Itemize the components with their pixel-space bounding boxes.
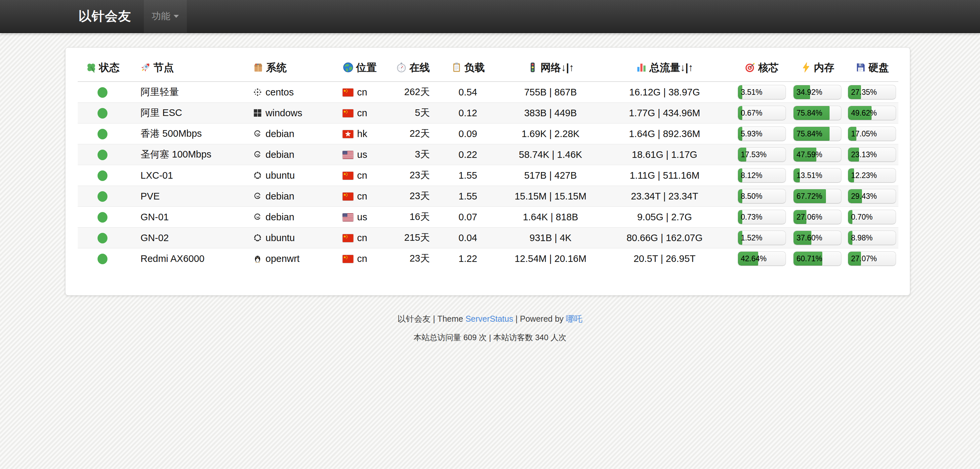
os-icon xyxy=(253,170,262,180)
globe-icon xyxy=(342,62,354,73)
server-row: 香港 500Mbps debian hk 22天 0.09 1.69K | 2.… xyxy=(78,124,898,144)
location-cell: cn xyxy=(337,248,387,269)
system-cell: debian xyxy=(251,207,337,228)
memory-percent-label: 75.84% xyxy=(797,106,822,120)
disk-percent-label: 17.05% xyxy=(851,127,877,141)
traffic-light-icon xyxy=(527,62,538,73)
disk-cell: 27.35% xyxy=(845,82,898,103)
country-flag-icon xyxy=(342,130,353,138)
disk-percent-label: 23.13% xyxy=(851,147,877,162)
location-label: cn xyxy=(357,233,368,243)
cpu-cell: 3.51% xyxy=(734,82,789,103)
os-label: openwrt xyxy=(266,254,299,264)
memory-progress-bar: 67.72% xyxy=(793,189,842,203)
theme-link[interactable]: ServerStatus xyxy=(466,314,514,323)
column-label: 内存 xyxy=(814,62,835,73)
location-cell: cn xyxy=(337,103,387,124)
status-online-dot xyxy=(97,150,107,160)
os-label: windows xyxy=(266,108,302,118)
lightning-icon xyxy=(800,62,812,73)
system-cell: ubuntu xyxy=(251,228,337,248)
server-table-body: 阿里轻量 centos cn 262天 0.54 755B | 867B 16.… xyxy=(78,82,898,269)
traffic-cell: 18.61G | 1.17G xyxy=(595,144,734,165)
server-row: GN-01 debian us 16天 0.07 1.64K | 818B 9.… xyxy=(78,207,898,228)
location-label: us xyxy=(357,212,368,222)
rocket-icon xyxy=(140,62,151,73)
os-icon xyxy=(253,254,262,263)
network-cell: 1.64K | 818B xyxy=(506,207,595,228)
traffic-cell: 23.34T | 23.34T xyxy=(595,186,734,207)
site-brand-link[interactable]: 以针会友 xyxy=(78,7,131,25)
column-header-network: 网络↓|↑ xyxy=(506,56,595,82)
memory-cell: 75.84% xyxy=(789,124,845,144)
cpu-progress-bar: 8.12% xyxy=(738,168,786,183)
network-cell: 755B | 867B xyxy=(506,82,595,103)
features-dropdown-label: 功能 xyxy=(152,10,170,22)
column-header-system: 系统 xyxy=(251,56,337,82)
memory-percent-label: 37.60% xyxy=(797,231,822,245)
disk-percent-label: 49.62% xyxy=(851,106,877,120)
cpu-progress-bar: 8.50% xyxy=(738,189,786,203)
bar-chart-icon xyxy=(636,62,647,73)
load-cell: 0.04 xyxy=(430,228,506,248)
server-row: 阿里 ESC windows cn 5天 0.12 383B | 449B 1.… xyxy=(78,103,898,124)
disk-percent-label: 29.43% xyxy=(851,189,877,203)
cpu-progress-bar: 0.73% xyxy=(738,210,786,224)
memory-progress-bar: 47.59% xyxy=(793,147,842,162)
os-label: debian xyxy=(266,212,294,222)
os-icon xyxy=(253,108,262,118)
column-label: 硬盘 xyxy=(869,62,889,73)
load-cell: 1.22 xyxy=(430,248,506,269)
column-label: 核芯 xyxy=(758,62,779,73)
traffic-cell: 16.12G | 38.97G xyxy=(595,82,734,103)
system-cell: debian xyxy=(251,144,337,165)
location-cell: cn xyxy=(337,228,387,248)
server-status-table: 状态节点系统位置在线负载网络↓|↑总流量↓|↑核芯内存硬盘 阿里轻量 cento… xyxy=(78,56,898,269)
network-cell: 12.54M | 20.16M xyxy=(506,248,595,269)
system-cell: openwrt xyxy=(251,248,337,269)
server-status-card: 状态节点系统位置在线负载网络↓|↑总流量↓|↑核芯内存硬盘 阿里轻量 cento… xyxy=(65,47,910,296)
memory-progress-bar: 75.84% xyxy=(793,127,842,141)
status-online-dot xyxy=(97,233,107,243)
node-name: GN-02 xyxy=(127,228,251,248)
load-cell: 0.12 xyxy=(430,103,506,124)
memory-cell: 47.59% xyxy=(789,144,845,165)
memory-cell: 75.84% xyxy=(789,103,845,124)
cpu-cell: 0.73% xyxy=(734,207,789,228)
status-online-dot xyxy=(97,108,107,119)
location-label: cn xyxy=(357,87,368,97)
memory-cell: 67.72% xyxy=(789,186,845,207)
status-online-dot xyxy=(97,129,107,139)
memory-percent-label: 27.06% xyxy=(797,210,822,224)
column-header-load: 负载 xyxy=(430,56,506,82)
memory-cell: 60.71% xyxy=(789,248,845,269)
disk-progress-bar: 23.13% xyxy=(848,147,896,162)
server-row: 圣何塞 100Mbps debian us 3天 0.22 58.74K | 1… xyxy=(78,144,898,165)
memory-percent-label: 34.92% xyxy=(797,85,822,99)
traffic-cell: 1.77G | 434.96M xyxy=(595,103,734,124)
memory-progress-bar: 37.60% xyxy=(793,231,842,245)
features-dropdown[interactable]: 功能 xyxy=(144,0,187,33)
cpu-progress-bar: 1.52% xyxy=(738,231,786,245)
disk-progress-bar: 27.07% xyxy=(848,251,896,266)
powered-by-link[interactable]: 哪吒 xyxy=(566,314,582,323)
uptime-cell: 23天 xyxy=(387,248,430,269)
cpu-percent-label: 0.73% xyxy=(741,210,762,224)
location-label: us xyxy=(357,149,368,160)
floppy-icon xyxy=(855,62,866,73)
clover-icon xyxy=(86,62,97,73)
target-icon xyxy=(745,62,756,73)
os-icon xyxy=(253,212,262,222)
os-icon xyxy=(253,191,262,201)
status-online-dot xyxy=(97,254,107,264)
os-label: debian xyxy=(266,128,294,139)
traffic-cell: 80.66G | 162.07G xyxy=(595,228,734,248)
status-online-dot xyxy=(97,191,107,202)
os-label: centos xyxy=(266,87,294,97)
uptime-cell: 215天 xyxy=(387,228,430,248)
network-cell: 517B | 427B xyxy=(506,165,595,186)
column-label: 在线 xyxy=(409,62,430,73)
column-label: 节点 xyxy=(153,62,174,73)
location-label: cn xyxy=(357,254,368,264)
table-header-row: 状态节点系统位置在线负载网络↓|↑总流量↓|↑核芯内存硬盘 xyxy=(78,56,898,82)
